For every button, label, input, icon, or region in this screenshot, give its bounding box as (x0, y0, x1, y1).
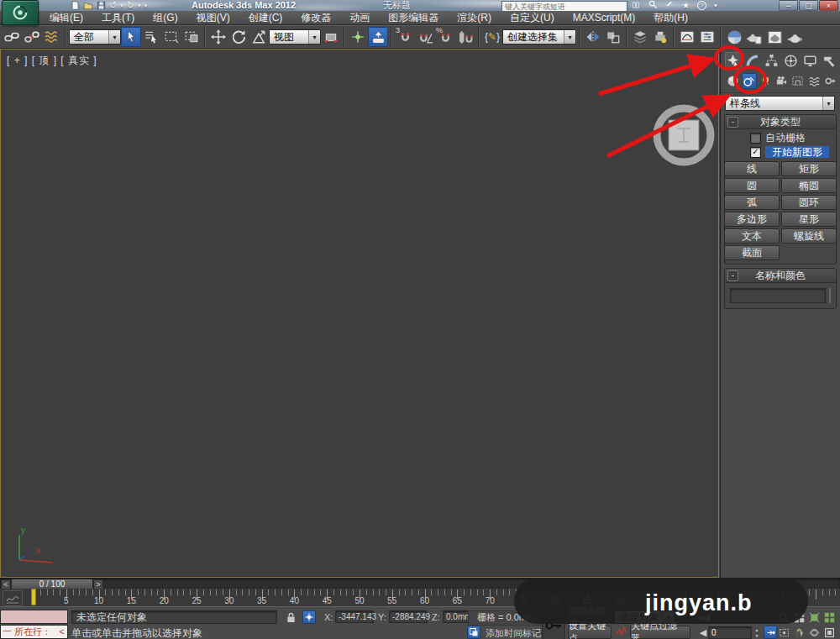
shape-subcategory-dropdown[interactable]: 样条线 ▾ (725, 96, 835, 111)
button-rectangle[interactable]: 矩形 (781, 161, 837, 176)
minimize-button[interactable]: – (779, 0, 798, 11)
tab-utilities-icon[interactable] (821, 52, 837, 70)
chevron-down-icon[interactable]: ▾ (308, 30, 320, 44)
angle-snap-icon[interactable] (415, 27, 435, 47)
start-new-shape-checkbox[interactable]: ✓ (750, 147, 761, 158)
button-circle[interactable]: 圆 (724, 178, 780, 193)
selection-lock-icon[interactable] (284, 610, 297, 624)
selection-filter-dropdown[interactable]: 全部 ▾ (69, 29, 121, 45)
category-shapes-icon[interactable] (742, 73, 756, 89)
help-icon[interactable]: ? (697, 1, 706, 10)
button-helix[interactable]: 螺旋线 (781, 228, 837, 244)
layer-manager-icon[interactable] (630, 27, 650, 47)
add-time-tag-label[interactable]: 添加时间标记 (486, 627, 541, 639)
spinner-snap-icon[interactable] (455, 27, 475, 47)
pan-hand-icon[interactable] (792, 626, 806, 639)
zoom-extents-icon[interactable] (807, 610, 821, 624)
menu-edit[interactable]: 编辑(E) (40, 11, 92, 24)
category-helpers-icon[interactable] (790, 73, 805, 89)
new-scene-icon[interactable] (71, 1, 80, 11)
menu-tools[interactable]: 工具(T) (92, 11, 144, 24)
unlink-selection-icon[interactable] (22, 27, 42, 47)
favorites-star-icon[interactable]: ★ (682, 1, 690, 10)
viewport-label[interactable]: [ + ] [ 顶 ] [ 真实 ] (7, 54, 97, 68)
reference-coordinate-dropdown[interactable]: 视图 ▾ (269, 29, 321, 45)
current-frame-marker[interactable] (31, 589, 36, 605)
set-key-button[interactable]: 设置关键点 (568, 626, 612, 639)
maximize-viewport-toggle-icon[interactable] (822, 626, 836, 639)
menu-views[interactable]: 视图(V) (187, 11, 239, 24)
select-and-move-icon[interactable] (208, 27, 228, 47)
keyboard-shortcut-override-icon[interactable] (368, 27, 388, 47)
help-dropdown-icon[interactable]: ▾ (714, 3, 717, 9)
key-mode-toggle-icon[interactable] (764, 626, 777, 639)
orbit-icon[interactable] (807, 626, 821, 639)
collapse-icon[interactable]: - (727, 117, 738, 128)
maximize-button[interactable]: ▢ (799, 0, 818, 11)
menu-maxscript[interactable]: MAXScript(M) (564, 11, 645, 24)
chevron-down-icon[interactable]: ▾ (822, 97, 834, 110)
viewport-top[interactable]: [ + ] [ 顶 ] [ 真实 ] y x (0, 49, 719, 578)
category-geometry-icon[interactable] (726, 73, 740, 89)
button-star[interactable]: 星形 (781, 212, 837, 227)
search-input[interactable] (502, 3, 627, 11)
chevron-down-icon[interactable]: ▾ (564, 30, 575, 44)
button-section[interactable]: 截面 (724, 245, 780, 260)
redo-dropdown-icon[interactable]: ▾ (138, 1, 141, 11)
category-systems-icon[interactable] (823, 73, 837, 89)
edit-named-selection-sets-icon[interactable]: {✎} (482, 27, 502, 47)
select-and-scale-icon[interactable] (249, 27, 269, 47)
menu-help[interactable]: 帮助(H) (644, 11, 697, 24)
object-color-swatch[interactable] (829, 288, 831, 303)
schematic-view-icon[interactable] (697, 27, 717, 47)
save-file-icon[interactable] (97, 1, 106, 11)
tab-display-icon[interactable] (801, 52, 818, 70)
menu-customize[interactable]: 自定义(U) (501, 11, 564, 24)
select-and-rotate-icon[interactable] (228, 27, 249, 47)
listener-scroll-icon[interactable]: < (60, 626, 67, 638)
tab-motion-icon[interactable] (782, 52, 799, 70)
button-line[interactable]: 线 (724, 161, 780, 176)
mirror-icon[interactable] (583, 27, 603, 47)
menu-group[interactable]: 组(G) (144, 11, 186, 24)
menu-create[interactable]: 创建(C) (239, 11, 292, 24)
rectangular-selection-region-icon[interactable] (161, 27, 181, 47)
graphite-modeling-icon[interactable] (650, 27, 670, 47)
menu-graph-editors[interactable]: 图形编辑器 (379, 11, 448, 24)
y-coord-field[interactable]: -2884.249 (389, 610, 428, 623)
material-editor-icon[interactable] (724, 27, 744, 47)
maxscript-mini-listener[interactable]: 一 所在行： < (0, 625, 68, 639)
key-filters-button[interactable]: 关键点过滤器... (630, 626, 690, 639)
named-selection-sets-dropdown[interactable]: 创建选择集 ▾ (502, 29, 576, 45)
zoom-region-icon[interactable] (777, 626, 790, 639)
category-lights-icon[interactable] (759, 73, 773, 89)
category-cameras-icon[interactable] (774, 73, 789, 89)
menu-animation[interactable]: 动画 (340, 11, 379, 24)
category-space-warps-icon[interactable] (806, 73, 821, 89)
button-ngon[interactable]: 多边形 (724, 212, 780, 227)
frame-spinner[interactable]: ▲▼ (753, 626, 760, 639)
absolute-offset-toggle-icon[interactable] (302, 610, 316, 624)
percent-snap-icon[interactable]: % (435, 27, 455, 47)
current-frame-field[interactable]: 0 (708, 626, 752, 639)
key-filter-curve-icon[interactable] (616, 626, 627, 639)
time-tag-icon[interactable] (467, 626, 480, 639)
menu-modifiers[interactable]: 修改器 (291, 11, 340, 24)
autogrid-checkbox[interactable] (750, 133, 761, 144)
tab-create-icon[interactable] (725, 52, 742, 70)
button-donut[interactable]: 圆环 (781, 195, 837, 210)
app-logo[interactable] (2, 0, 39, 25)
open-file-icon[interactable] (83, 1, 93, 11)
undo-icon[interactable]: ↺ (109, 1, 117, 11)
select-object-icon[interactable] (121, 27, 141, 47)
render-setup-icon[interactable] (744, 27, 764, 47)
use-pivot-point-icon[interactable] (321, 27, 341, 47)
mini-curve-editor-button[interactable] (3, 590, 23, 606)
snap-toggle-3d-icon[interactable]: 3 (395, 27, 415, 47)
maxscript-macro-recorder[interactable] (0, 610, 68, 624)
undo-dropdown-icon[interactable]: ▾ (120, 1, 123, 11)
render-production-icon[interactable] (785, 27, 805, 47)
shape-name-input[interactable] (730, 288, 826, 303)
tab-hierarchy-icon[interactable] (764, 52, 780, 70)
start-new-shape-label[interactable]: 开始新图形 (765, 146, 829, 158)
